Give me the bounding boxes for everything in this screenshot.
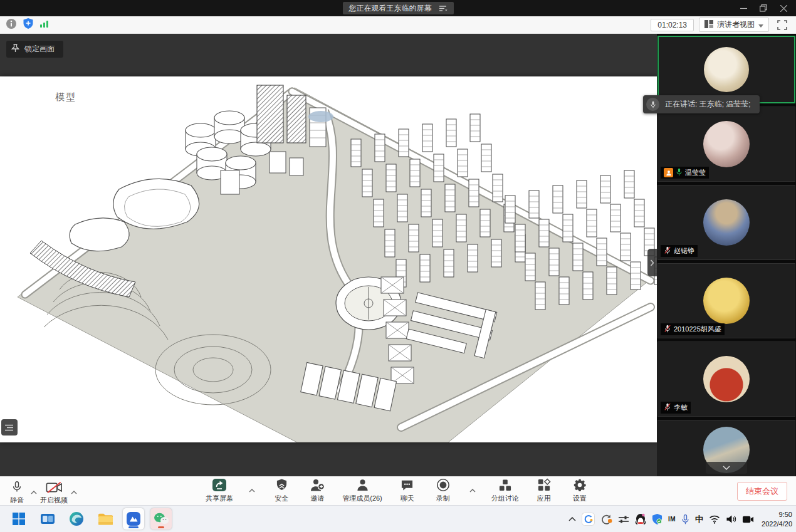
breakout-rooms-button[interactable]: 分组讨论 xyxy=(491,478,519,503)
avatar xyxy=(703,199,750,246)
window-titlebar: 您正在观看王东临的屏幕 xyxy=(0,0,796,16)
windows-taskbar: IM 中 9:50 2022/4/20 xyxy=(0,505,796,532)
screen-share-area: 锁定画面 模型 xyxy=(0,34,657,476)
clock-date: 2022/4/20 xyxy=(762,519,792,528)
presenter-badge-icon xyxy=(664,168,673,177)
manage-members-button[interactable]: 管理成员(26) xyxy=(342,478,382,503)
edge-browser-icon[interactable] xyxy=(65,508,88,530)
fullscreen-button[interactable] xyxy=(774,18,790,33)
video-options-chevron[interactable] xyxy=(70,486,78,498)
start-button[interactable] xyxy=(8,508,30,530)
gear-icon xyxy=(573,478,587,492)
participant-name: 温莹莹 xyxy=(685,168,706,177)
wechat-taskbar-icon[interactable] xyxy=(150,508,172,529)
shield-icon xyxy=(276,478,288,492)
participant-tile-5[interactable]: 李敏 xyxy=(657,342,795,417)
mic-on-icon xyxy=(676,168,683,177)
apps-grid-icon xyxy=(537,478,551,492)
participant-tile-4[interactable]: 2010225胡风盛 xyxy=(657,263,795,338)
sidebar-collapse-button[interactable] xyxy=(647,249,657,276)
meeting-timer: 01:02:13 xyxy=(651,19,694,31)
pin-icon xyxy=(11,44,19,55)
avatar xyxy=(703,356,750,402)
mic-muted-icon xyxy=(664,246,671,256)
model-title: 模型 xyxy=(55,91,76,103)
apps-label: 应用 xyxy=(537,494,551,503)
start-video-button[interactable]: 开启视频 xyxy=(40,480,68,505)
record-options-chevron[interactable] xyxy=(468,484,477,496)
participant-name-label: 温莹莹 xyxy=(661,167,709,179)
record-button[interactable]: 录制 xyxy=(432,478,454,503)
qq-tray-icon[interactable] xyxy=(635,513,646,526)
windows-security-tray-icon[interactable] xyxy=(652,513,662,525)
avatar xyxy=(704,47,749,92)
participant-name-label: 2010225胡风盛 xyxy=(661,323,725,335)
minimize-button[interactable] xyxy=(733,1,753,16)
view-mode-button[interactable]: 演讲者视图 xyxy=(699,18,769,32)
ime-language-indicator[interactable]: 中 xyxy=(695,514,703,525)
assistant-tray-icon[interactable] xyxy=(582,513,595,526)
meeting-app-taskbar-icon[interactable] xyxy=(123,508,144,529)
security-shield-icon[interactable] xyxy=(23,18,34,32)
share-screen-button[interactable]: 共享屏幕 xyxy=(206,478,233,503)
settings-sliders-tray-icon[interactable] xyxy=(618,514,629,524)
person-add-icon xyxy=(310,478,325,492)
participant-name-label: 李敏 xyxy=(661,402,691,414)
mic-icon xyxy=(646,98,659,111)
share-screen-icon xyxy=(212,478,227,492)
main-area: 锁定画面 模型 xyxy=(0,34,796,476)
annotation-menu-button[interactable] xyxy=(1,419,18,436)
file-explorer-icon[interactable] xyxy=(94,508,117,530)
security-button[interactable]: 安全 xyxy=(271,478,292,503)
start-video-label: 开启视频 xyxy=(40,496,68,505)
mute-options-chevron[interactable] xyxy=(29,486,38,498)
participant-tile-1[interactable] xyxy=(657,36,795,103)
camera-off-icon xyxy=(46,480,63,494)
participant-name-label: 赵锘铮 xyxy=(661,245,698,257)
manage-members-label: 管理成员(26) xyxy=(342,494,382,503)
invite-button[interactable]: 邀请 xyxy=(306,478,328,503)
participant-tile-3[interactable]: 赵锘铮 xyxy=(657,185,795,260)
meeting-topbar: 01:02:13 演讲者视图 xyxy=(0,16,796,34)
speaking-text: 正在讲话: 王东临; 温莹莹; xyxy=(665,99,751,110)
active-app-indicator xyxy=(158,526,164,528)
viewing-title: 您正在观看王东临的屏幕 xyxy=(349,3,432,14)
chat-label: 聊天 xyxy=(401,494,414,503)
volume-tray-icon[interactable] xyxy=(726,514,736,524)
network-signal-icon[interactable] xyxy=(39,19,50,31)
task-view-button[interactable] xyxy=(36,508,59,530)
camera-tray-icon[interactable] xyxy=(742,515,754,524)
pin-view-button[interactable]: 锁定画面 xyxy=(6,41,63,58)
wifi-tray-icon[interactable] xyxy=(709,515,720,524)
microphone-tray-icon[interactable] xyxy=(681,514,689,525)
window-controls xyxy=(733,0,793,16)
settings-label: 设置 xyxy=(573,494,587,503)
invite-label: 邀请 xyxy=(310,494,324,503)
security-label: 安全 xyxy=(275,494,288,503)
chat-button[interactable]: 聊天 xyxy=(397,478,418,503)
apps-button[interactable]: 应用 xyxy=(533,478,555,503)
share-options-chevron[interactable] xyxy=(248,484,256,496)
restore-button[interactable] xyxy=(753,1,773,16)
sync-tray-icon[interactable] xyxy=(600,513,612,525)
tray-overflow-chevron[interactable] xyxy=(568,517,576,521)
scroll-participants-down-button[interactable] xyxy=(706,462,747,474)
close-button[interactable] xyxy=(773,1,793,16)
breakout-squares-icon xyxy=(498,478,512,492)
taskbar-clock[interactable]: 9:50 2022/4/20 xyxy=(762,510,792,528)
active-app-indicator xyxy=(128,526,139,528)
title-menu-icon[interactable] xyxy=(439,5,448,12)
microphone-icon xyxy=(11,480,23,494)
settings-button[interactable]: 设置 xyxy=(569,478,590,503)
participant-name: 2010225胡风盛 xyxy=(674,325,721,334)
ime-im-tray-icon[interactable]: IM xyxy=(668,516,676,523)
layout-icon xyxy=(704,20,713,30)
end-meeting-button[interactable]: 结束会议 xyxy=(737,482,787,501)
mic-muted-icon xyxy=(664,325,671,334)
mute-button[interactable]: 静音 xyxy=(6,480,28,505)
meeting-info-icon[interactable] xyxy=(6,18,17,32)
participant-tile-2[interactable]: 温莹莹 xyxy=(657,107,795,182)
breakout-label: 分组讨论 xyxy=(491,494,519,503)
chevron-down-icon xyxy=(758,21,763,29)
participant-name: 李敏 xyxy=(674,403,688,412)
